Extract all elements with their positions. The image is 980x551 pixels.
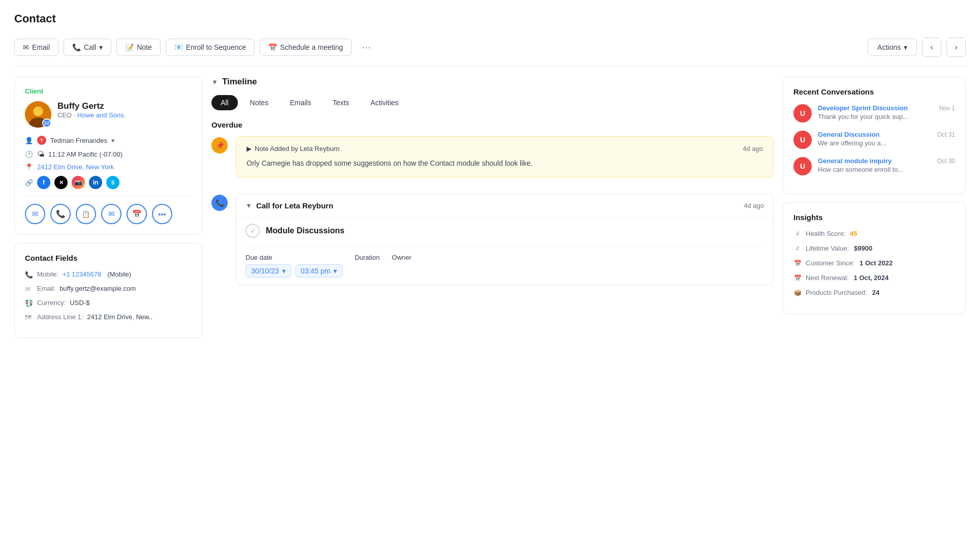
currency-field-icon: 💱 bbox=[25, 299, 33, 307]
conversation-item-3: U General module inquiry Oct 30 How can … bbox=[793, 157, 955, 175]
timeline-collapse-icon[interactable]: ▼ bbox=[211, 78, 218, 86]
note-icon: 📝 bbox=[125, 43, 134, 51]
linkedin-icon[interactable]: in bbox=[89, 176, 102, 189]
health-score-row: # Health Score: 45 bbox=[793, 230, 955, 237]
facebook-icon[interactable]: f bbox=[37, 176, 50, 189]
products-purchased-row: 📦 Products Purchased: 24 bbox=[793, 289, 955, 296]
call-dropdown-icon: ▾ bbox=[99, 43, 103, 51]
call-owner-label: Owner bbox=[392, 254, 411, 261]
call-header: ▼ Call for Leta Reyburn 4d ago bbox=[236, 194, 773, 217]
date-picker-button[interactable]: 30/10/23 ▾ bbox=[246, 264, 291, 278]
avatar-badge: 22 bbox=[42, 118, 51, 128]
left-panel: Client 22 bbox=[14, 77, 202, 338]
social-row: 🔗 f ✕ 📷 in S bbox=[25, 176, 192, 189]
note-button[interactable]: 📝 Note bbox=[116, 39, 161, 56]
time-value: 03:45 pm bbox=[301, 267, 330, 275]
quick-message-button[interactable]: ✉ bbox=[101, 204, 121, 224]
nav-next-button[interactable]: › bbox=[946, 38, 966, 57]
call-button[interactable]: 📞 Call ▾ bbox=[64, 39, 111, 56]
next-renewal-row: 📅 Next Renewal: 1 Oct, 2024 bbox=[793, 274, 955, 282]
tab-activities[interactable]: Activities bbox=[361, 95, 408, 110]
main-layout: Client 22 bbox=[14, 77, 966, 338]
note-card: ▶ Note Added by Leta Reyburn 4d ago Orly… bbox=[236, 136, 774, 177]
actions-chevron-icon: ▾ bbox=[904, 43, 907, 51]
conversation-item-1: U Developer Sprint Discussion Nov 1 Than… bbox=[793, 104, 955, 123]
email-icon: ✉ bbox=[23, 43, 29, 51]
calendar-icon-1: 📅 bbox=[793, 260, 802, 267]
tab-all[interactable]: All bbox=[211, 95, 238, 110]
call-details: Due date 30/10/23 ▾ 03:45 pm ▾ bbox=[236, 247, 773, 285]
nav-prev-button[interactable]: ‹ bbox=[922, 38, 941, 57]
center-panel: ▼ Timeline All Notes Emails Texts Activi… bbox=[211, 77, 774, 293]
tab-emails[interactable]: Emails bbox=[281, 95, 320, 110]
call-timeline-item: 📞 ▼ Call for Leta Reyburn 4d ago ✓ Modul… bbox=[211, 194, 774, 285]
phone-icon: 📞 bbox=[72, 43, 81, 51]
call-title: ▼ Call for Leta Reyburn bbox=[246, 201, 333, 210]
owner-dropdown-icon: ▾ bbox=[111, 137, 115, 144]
field-email: ✉ Email: buffy.gertz@example.com bbox=[25, 285, 192, 293]
avatar: 22 bbox=[25, 101, 51, 128]
link-icon: 🔗 bbox=[25, 179, 33, 187]
address-value: 2412 Elm Drive, New.. bbox=[87, 313, 152, 321]
mobile-value[interactable]: +1 12345678 bbox=[63, 270, 101, 278]
conv-content-1: Developer Sprint Discussion Nov 1 Thank … bbox=[818, 104, 955, 120]
conv-date-1: Nov 1 bbox=[939, 105, 955, 112]
box-icon: 📦 bbox=[793, 289, 802, 296]
products-purchased-value: 24 bbox=[872, 289, 879, 296]
tab-notes[interactable]: Notes bbox=[241, 95, 278, 110]
lifetime-value-row: # Lifetime Value: $9900 bbox=[793, 244, 955, 252]
address-row: 📍 2412 Elm Drive, New York bbox=[25, 163, 192, 171]
time-row: 🕐 🌤 11:12 AM Pacific (-07:00) bbox=[25, 150, 192, 158]
health-score-value: 45 bbox=[850, 230, 857, 237]
date-chevron-icon: ▾ bbox=[282, 267, 286, 275]
contact-name-block: Buffy Gertz CEO · Howe and Sons. bbox=[57, 101, 126, 119]
tab-texts[interactable]: Texts bbox=[323, 95, 358, 110]
actions-button[interactable]: Actions ▾ bbox=[868, 39, 917, 56]
quick-email-button[interactable]: ✉ bbox=[25, 204, 45, 224]
conv-title-3[interactable]: General module inquiry bbox=[818, 157, 892, 165]
call-card: ▼ Call for Leta Reyburn 4d ago ✓ Module … bbox=[236, 194, 774, 285]
next-renewal-value: 1 Oct, 2024 bbox=[854, 274, 889, 282]
field-currency: 💱 Currency: USD-$ bbox=[25, 299, 192, 307]
call-dot: 📞 bbox=[211, 195, 228, 211]
quick-call-button[interactable]: 📞 bbox=[50, 204, 71, 224]
conv-content-2: General Discussion Oct 31 We are offerin… bbox=[818, 131, 955, 147]
health-score-label: Health Score: bbox=[806, 230, 846, 237]
duration-label: Duration bbox=[355, 254, 380, 261]
contact-card: Client 22 bbox=[14, 77, 202, 235]
note-expand-icon: ▶ bbox=[247, 145, 252, 152]
products-purchased-label: Products Purchased: bbox=[806, 289, 867, 296]
conv-title-1[interactable]: Developer Sprint Discussion bbox=[818, 104, 908, 112]
conversation-item-2: U General Discussion Oct 31 We are offer… bbox=[793, 131, 955, 149]
customer-since-label: Customer Since: bbox=[806, 259, 854, 267]
skype-icon[interactable]: S bbox=[106, 176, 119, 189]
conv-avatar-2: U bbox=[793, 131, 812, 149]
quick-more-button[interactable]: ••• bbox=[152, 204, 172, 224]
time-picker-button[interactable]: 03:45 pm ▾ bbox=[295, 264, 343, 278]
address-link[interactable]: 2412 Elm Drive, New York bbox=[37, 163, 114, 171]
quick-calendar-button[interactable]: 📅 bbox=[127, 204, 147, 224]
call-collapse-icon[interactable]: ▼ bbox=[246, 202, 252, 209]
owner-group: Owner bbox=[392, 254, 411, 278]
contact-company-link[interactable]: Howe and Sons. bbox=[77, 111, 126, 119]
email-button[interactable]: ✉ Email bbox=[14, 39, 58, 56]
time-chevron-icon: ▾ bbox=[333, 267, 337, 275]
enroll-sequence-button[interactable]: 📧 Enroll to Sequence bbox=[166, 39, 255, 56]
more-options-button[interactable]: ⋯ bbox=[357, 38, 376, 57]
note-expand-button[interactable]: ▶ Note Added by Leta Reyburn bbox=[247, 145, 340, 152]
instagram-icon[interactable]: 📷 bbox=[72, 176, 85, 189]
x-twitter-icon[interactable]: ✕ bbox=[54, 176, 68, 189]
client-label: Client bbox=[25, 87, 192, 95]
quick-note-button[interactable]: 📋 bbox=[76, 204, 96, 224]
fields-title: Contact Fields bbox=[25, 254, 192, 262]
field-address: 🗺 Address Line 1: 2412 Elm Drive, New.. bbox=[25, 313, 192, 321]
insights-title: Insights bbox=[793, 213, 955, 222]
due-date-group: Due date 30/10/23 ▾ 03:45 pm ▾ bbox=[246, 254, 343, 278]
schedule-meeting-button[interactable]: 📅 Schedule a meeting bbox=[260, 39, 352, 56]
note-dot: 📌 bbox=[211, 137, 228, 154]
check-circle-icon: ✓ bbox=[246, 224, 260, 238]
call-subject-text: Module Discussions bbox=[266, 226, 345, 235]
conv-title-2[interactable]: General Discussion bbox=[818, 131, 879, 138]
currency-value: USD-$ bbox=[70, 299, 89, 307]
conv-preview-2: We are offering you a... bbox=[818, 139, 955, 147]
